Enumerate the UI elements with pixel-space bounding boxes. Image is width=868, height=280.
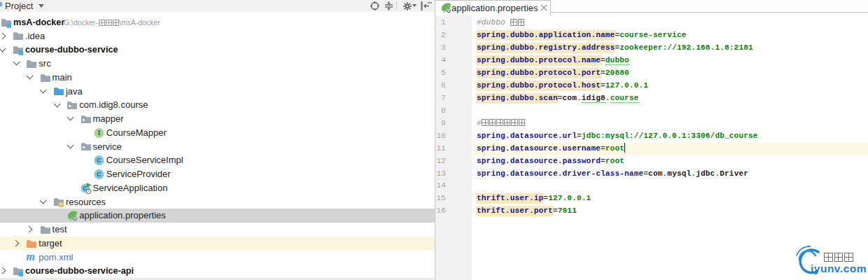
- svg-text:C: C: [97, 171, 102, 178]
- svg-text:m: m: [27, 251, 35, 262]
- svg-text:C: C: [97, 157, 102, 164]
- svg-text:I: I: [97, 130, 100, 136]
